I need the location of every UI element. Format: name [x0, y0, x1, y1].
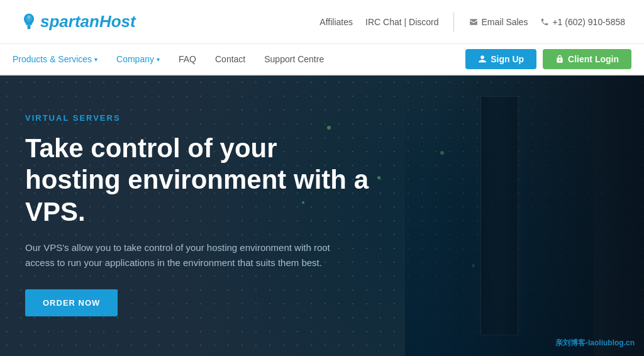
svg-point-4: [28, 15, 31, 18]
signup-button[interactable]: Sign Up: [465, 49, 536, 69]
right-overlay: [424, 75, 644, 356]
email-icon: [469, 18, 478, 26]
nav-contact[interactable]: Contact: [215, 54, 245, 64]
nav-products[interactable]: Products & Services ▾: [13, 54, 97, 64]
nav-support[interactable]: Support Centre: [264, 54, 324, 64]
hero-description: Our VPS's allow you to take control of y…: [25, 240, 340, 270]
top-right-links: Affiliates IRC Chat | Discord Email Sale…: [319, 13, 625, 31]
top-bar: spartanHost Affiliates IRC Chat | Discor…: [0, 0, 644, 44]
nav-company[interactable]: Company ▾: [116, 54, 160, 64]
hero-section: VIRTUAL SERVERS Take control of your hos…: [0, 75, 644, 356]
nav-faq[interactable]: FAQ: [179, 54, 196, 64]
phone-icon: [540, 18, 549, 26]
accent-dot: [377, 176, 380, 179]
products-chevron-icon: ▾: [94, 56, 97, 63]
nav-links: Products & Services ▾ Company ▾ FAQ Cont…: [13, 54, 324, 64]
nav-buttons: Sign Up Client Login: [465, 49, 631, 69]
order-now-button[interactable]: ORDER NOW: [25, 289, 118, 316]
svg-rect-2: [28, 25, 31, 28]
email-sales[interactable]: Email Sales: [469, 17, 528, 27]
hero-content: VIRTUAL SERVERS Take control of your hos…: [25, 113, 377, 316]
watermark: 亲刘博客-laoliublog.cn: [555, 338, 635, 348]
divider: [453, 13, 454, 31]
login-button[interactable]: Client Login: [543, 49, 631, 69]
logo-icon: [19, 12, 39, 32]
contact-info: Email Sales +1 (602) 910-5858: [469, 17, 625, 27]
user-icon: [478, 55, 487, 64]
phone-number[interactable]: +1 (602) 910-5858: [540, 17, 625, 27]
company-chevron-icon: ▾: [157, 56, 160, 63]
lock-icon: [555, 55, 564, 64]
hero-title: Take control of your hosting environment…: [25, 133, 377, 228]
svg-rect-1: [26, 23, 32, 25]
irc-link[interactable]: IRC Chat | Discord: [365, 17, 438, 27]
nav-bar: Products & Services ▾ Company ▾ FAQ Cont…: [0, 44, 644, 75]
logo: spartanHost: [19, 12, 136, 32]
affiliates-link[interactable]: Affiliates: [319, 17, 353, 27]
hero-subtitle: VIRTUAL SERVERS: [25, 113, 377, 123]
brand-name: spartanHost: [40, 12, 136, 31]
top-links: Affiliates IRC Chat | Discord: [319, 17, 438, 27]
